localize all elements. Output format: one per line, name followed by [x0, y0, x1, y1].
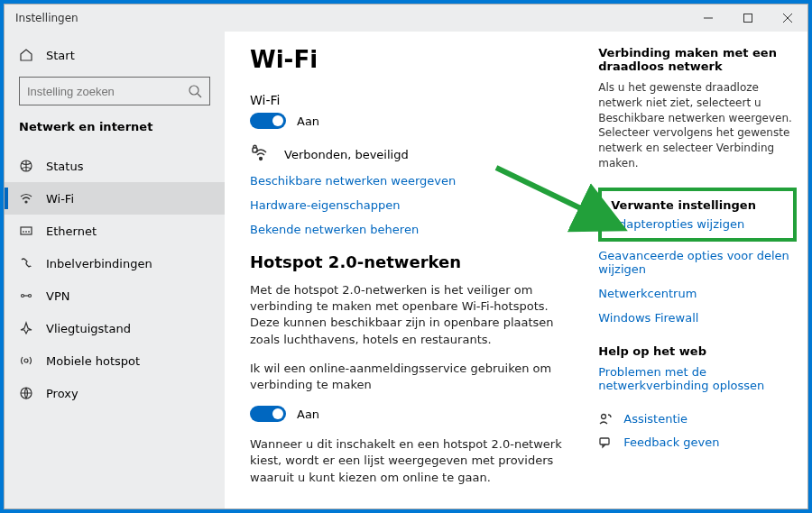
- window-title: Instellingen: [5, 12, 78, 24]
- vpn-icon: [19, 289, 33, 303]
- hotspot-para3: Wanneer u dit inschakelt en een hotspot …: [250, 436, 580, 486]
- svg-point-14: [29, 295, 32, 298]
- sidebar-home-label: Start: [46, 49, 75, 62]
- hotspot-toggle[interactable]: [250, 406, 286, 422]
- sidebar-section-heading: Netwerk en internet: [5, 120, 225, 142]
- ethernet-icon: [19, 224, 33, 238]
- link-windows-firewall[interactable]: Windows Firewall: [598, 311, 797, 325]
- minimize-button[interactable]: [688, 5, 728, 32]
- sidebar-item-airplane[interactable]: Vliegtuigstand: [5, 312, 225, 344]
- maximize-button[interactable]: [728, 5, 768, 32]
- assist-label: Assistentie: [623, 412, 687, 426]
- status-icon: [19, 159, 33, 173]
- airplane-icon: [19, 321, 33, 335]
- wifi-toggle[interactable]: [250, 113, 286, 129]
- wifi-status-row: Verbonden, beveiligd: [250, 143, 580, 165]
- content-area: Wi-Fi Wi-Fi Aan Verbonden, beveiligd: [225, 32, 807, 508]
- sidebar-item-label: Status: [46, 160, 83, 173]
- wifi-icon: [19, 191, 33, 206]
- sidebar-item-label: Mobiele hotspot: [46, 354, 140, 368]
- svg-point-4: [189, 86, 198, 95]
- page-title: Wi-Fi: [250, 46, 580, 73]
- hotspot-icon: [19, 353, 33, 368]
- help-heading: Help op het web: [598, 344, 797, 358]
- svg-line-5: [198, 94, 201, 97]
- sidebar-item-vpn[interactable]: VPN: [5, 279, 225, 312]
- svg-rect-19: [253, 148, 257, 152]
- svg-rect-21: [600, 438, 609, 444]
- titlebar: Instellingen: [5, 5, 807, 32]
- sidebar-item-label: Vliegtuigstand: [46, 322, 131, 335]
- sidebar-item-label: Ethernet: [46, 224, 97, 238]
- related-settings-highlight: Verwante instellingen Adapteropties wijz…: [598, 188, 797, 242]
- sidebar: Start Netwerk en internet Status Wi-Fi E…: [5, 32, 225, 508]
- wifi-secured-icon: [250, 143, 272, 165]
- sidebar-item-label: Inbelverbindingen: [46, 257, 152, 270]
- link-advanced-sharing[interactable]: Geavanceerde opties voor delen wijzigen: [598, 249, 797, 276]
- wifi-label: Wi-Fi: [250, 93, 580, 107]
- sidebar-item-ethernet[interactable]: Ethernet: [5, 215, 225, 247]
- link-manage-known[interactable]: Bekende netwerken beheren: [250, 223, 580, 236]
- feedback-label: Feedback geven: [623, 435, 719, 449]
- sidebar-item-wifi[interactable]: Wi-Fi: [5, 182, 225, 215]
- search-icon: [188, 84, 202, 98]
- home-icon: [19, 48, 33, 62]
- link-feedback[interactable]: Feedback geven: [598, 435, 797, 450]
- sidebar-item-hotspot[interactable]: Mobiele hotspot: [5, 344, 225, 377]
- sidebar-item-label: Proxy: [46, 387, 78, 400]
- sidebar-item-dialup[interactable]: Inbelverbindingen: [5, 247, 225, 279]
- sidebar-item-label: VPN: [46, 289, 69, 303]
- proxy-icon: [19, 386, 33, 400]
- svg-point-16: [24, 359, 28, 362]
- svg-point-18: [260, 158, 263, 160]
- sidebar-item-proxy[interactable]: Proxy: [5, 377, 225, 409]
- dialup-icon: [19, 256, 33, 270]
- hotspot-para1: Met de hotspot 2.0-netwerken is het veil…: [250, 282, 580, 348]
- hotspot-toggle-state: Aan: [297, 408, 319, 421]
- sidebar-home[interactable]: Start: [5, 39, 225, 71]
- svg-point-8: [25, 201, 27, 203]
- svg-rect-1: [744, 14, 752, 23]
- link-network-center[interactable]: Netwerkcentrum: [598, 287, 797, 300]
- link-hardware-props[interactable]: Hardware-eigenschappen: [250, 198, 580, 212]
- connect-para: Als u het gewenste draadloze netwerk nie…: [598, 80, 797, 171]
- hotspot-heading: Hotspot 2.0-netwerken: [250, 252, 580, 271]
- connect-heading: Verbinding maken met een draadloos netwe…: [598, 46, 797, 73]
- wifi-status-text: Verbonden, beveiligd: [284, 148, 409, 161]
- search-input[interactable]: [27, 85, 188, 98]
- assist-icon: [598, 412, 613, 426]
- sidebar-item-label: Wi-Fi: [46, 192, 74, 206]
- link-troubleshoot[interactable]: Problemen met de netwerkverbinding oplos…: [598, 365, 797, 392]
- settings-window: Instellingen Start Netwerk en internet S…: [4, 4, 808, 509]
- related-heading: Verwante instellingen: [611, 198, 784, 212]
- link-show-networks[interactable]: Beschikbare netwerken weergeven: [250, 174, 580, 188]
- hotspot-para2: Ik wil een online-aanmeldingsservice geb…: [250, 361, 580, 393]
- feedback-icon: [598, 435, 613, 450]
- svg-point-13: [22, 295, 24, 298]
- link-assist[interactable]: Assistentie: [598, 412, 797, 426]
- wifi-toggle-state: Aan: [297, 115, 319, 128]
- svg-point-20: [602, 414, 606, 418]
- sidebar-item-status[interactable]: Status: [5, 150, 225, 182]
- search-input-wrap[interactable]: [19, 77, 210, 105]
- link-adapter-options[interactable]: Adapteropties wijzigen: [611, 217, 784, 231]
- close-button[interactable]: [768, 5, 807, 32]
